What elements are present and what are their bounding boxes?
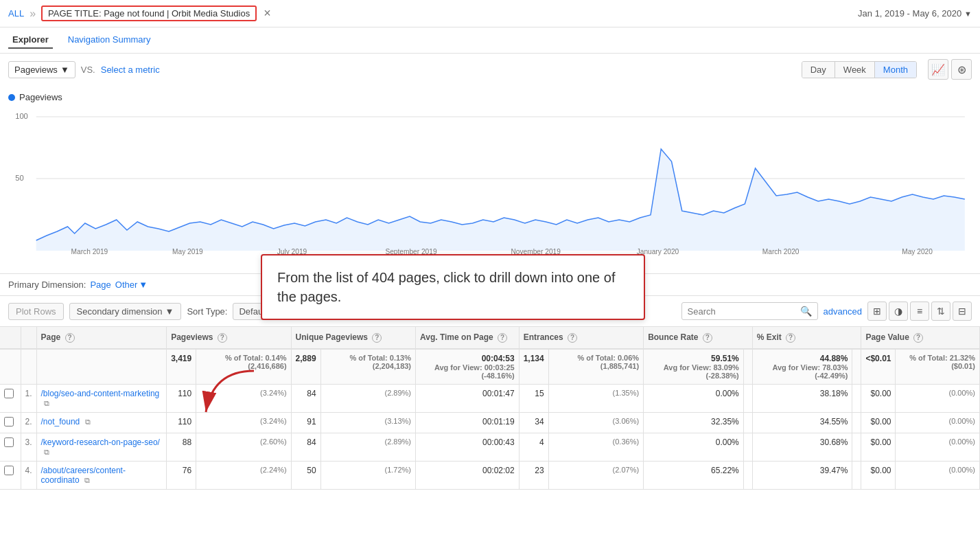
view-buttons: ⊞ ◑ ≡ ⇅ ⊟ xyxy=(867,302,972,321)
row-4-external-link[interactable]: ⧉ xyxy=(84,476,90,485)
col-exit-pct[interactable]: % Exit ? xyxy=(752,327,861,349)
pivot-view-btn[interactable]: ⊟ xyxy=(953,302,972,321)
week-btn[interactable]: Week xyxy=(835,62,875,78)
row-1-page[interactable]: /blog/seo-and-content-marketing ⧉ xyxy=(36,384,167,412)
pval-info-icon[interactable]: ? xyxy=(913,333,923,343)
row-3-page[interactable]: /keyword-research-on-page-seo/ ⧉ xyxy=(36,433,167,461)
svg-text:100: 100 xyxy=(15,112,28,120)
row-1-external-link[interactable]: ⧉ xyxy=(44,399,49,408)
row-4-page[interactable]: /about/careers/content-coordinato ⧉ xyxy=(36,461,167,489)
table-row: 2. /not_found ⧉ 110 (3.24%) 91 (3.13%) 0… xyxy=(0,412,980,433)
comparison-view-btn[interactable]: ⇅ xyxy=(931,302,950,321)
tabs-bar: Explorer Navigation Summary xyxy=(0,27,980,54)
legend-label: Pageviews xyxy=(19,92,62,102)
br-info-icon[interactable]: ? xyxy=(703,333,712,343)
total-row: 3,419 % of Total: 0.14% (2,416,686) 2,88… xyxy=(0,349,980,385)
atp-info-icon[interactable]: ? xyxy=(498,333,507,343)
select-metric[interactable]: Select a metric xyxy=(101,65,160,75)
vs-label: VS. xyxy=(81,65,95,75)
dimension-other[interactable]: Other ▼ xyxy=(115,280,148,290)
date-range: Jan 1, 2019 - May 6, 2020 ▼ xyxy=(858,8,972,19)
exit-info-icon[interactable]: ? xyxy=(786,333,795,343)
row-1-ent: 15 xyxy=(519,384,548,412)
pv-info-icon[interactable]: ? xyxy=(218,333,227,343)
col-avg-time[interactable]: Avg. Time on Page ? xyxy=(416,327,520,349)
total-upv-pct: % of Total: 0.13% (2,204,183) xyxy=(320,349,415,385)
table-row: 1. /blog/seo-and-content-marketing ⧉ 110… xyxy=(0,384,980,412)
upv-info-icon[interactable]: ? xyxy=(372,333,382,343)
col-pageviews[interactable]: Pageviews ? xyxy=(167,327,291,349)
secondary-dimension-btn[interactable]: Secondary dimension ▼ xyxy=(69,303,182,320)
sort-type-label: Sort Type: xyxy=(187,306,227,317)
col-unique-pv[interactable]: Unique Pageviews ? xyxy=(291,327,415,349)
row-1-pval: $0.00 xyxy=(861,384,896,412)
data-table: Page ? Pageviews ? Unique Pageviews ? Av… xyxy=(0,327,980,490)
table-view-btn[interactable]: ⊞ xyxy=(867,302,887,321)
row-3-external-link[interactable]: ⧉ xyxy=(44,448,49,457)
svg-text:March 2019: March 2019 xyxy=(71,248,108,255)
row-2-num: 2. xyxy=(21,412,36,433)
drill-down-arrow xyxy=(199,364,268,421)
col-num xyxy=(21,327,36,349)
metric-label: Pageviews xyxy=(14,65,58,75)
total-bounce-rate: 59.51% Avg for View: 83.09% (-28.38%) xyxy=(644,349,744,385)
row-1-pv: 110 xyxy=(167,384,196,412)
all-link[interactable]: ALL xyxy=(8,8,24,19)
total-page-value: <$0.01 xyxy=(861,349,896,385)
tab-navigation-summary[interactable]: Navigation Summary xyxy=(64,32,155,49)
chart-svg: 100 50 March 2019 May 2019 July 2019 Sep… xyxy=(8,106,972,258)
table-row: 3. /keyword-research-on-page-seo/ ⧉ 88 (… xyxy=(0,433,980,461)
row-1-upv: 84 xyxy=(291,384,320,412)
chart-legend: Pageviews xyxy=(8,92,972,102)
metric-dropdown[interactable]: Pageviews ▼ xyxy=(8,61,75,78)
row-1-ent-pct: (1.35%) xyxy=(548,384,643,412)
ent-info-icon[interactable]: ? xyxy=(568,333,577,343)
search-box: 🔍 xyxy=(681,302,818,320)
svg-text:May 2020: May 2020 xyxy=(902,248,933,255)
row-1-num: 1. xyxy=(21,384,36,412)
row-1-br: 0.00% xyxy=(644,384,744,412)
row-1-checkbox[interactable] xyxy=(4,389,14,398)
day-btn[interactable]: Day xyxy=(802,62,835,78)
total-exit-pct: 44.88% Avg for View: 78.03% (-42.49%) xyxy=(752,349,852,385)
list-view-btn[interactable]: ≡ xyxy=(910,302,929,321)
controls-bar: Pageviews ▼ VS. Select a metric Day Week… xyxy=(0,54,980,85)
row-2-checkbox[interactable] xyxy=(4,417,14,426)
breadcrumb-sep: » xyxy=(30,8,36,20)
advanced-link[interactable]: advanced xyxy=(824,306,862,317)
row-2-page[interactable]: /not_found ⧉ xyxy=(36,412,167,433)
chart-area: Pageviews 100 50 March 2019 May 2019 Jul… xyxy=(0,85,980,274)
svg-text:50: 50 xyxy=(15,174,23,182)
svg-marker-4 xyxy=(36,149,965,251)
row-3-checkbox[interactable] xyxy=(4,437,14,447)
row-1-exit: 38.18% xyxy=(752,384,852,412)
total-avg-time: 00:04:53 Avg for View: 00:03:25 (-48.16%… xyxy=(416,349,520,385)
col-bounce-rate[interactable]: Bounce Rate ? xyxy=(644,327,753,349)
plot-rows-btn: Plot Rows xyxy=(8,303,64,320)
row-2-external-link[interactable]: ⧉ xyxy=(85,418,91,426)
col-entrances[interactable]: Entrances ? xyxy=(519,327,643,349)
total-ent-pct: % of Total: 0.06% (1,885,741) xyxy=(548,349,643,385)
line-chart-btn[interactable]: 📈 xyxy=(928,59,948,80)
time-buttons: Day Week Month xyxy=(802,61,917,78)
tooltip-overlay: From the list of 404 pages, click to dri… xyxy=(261,254,645,320)
tab-explorer[interactable]: Explorer xyxy=(8,32,53,49)
page-info-icon[interactable]: ? xyxy=(65,333,75,343)
row-1-avg-time: 00:01:47 xyxy=(416,384,520,412)
search-icon[interactable]: 🔍 xyxy=(800,306,812,317)
page-title-badge[interactable]: PAGE TITLE: Page not found | Orbit Media… xyxy=(41,5,257,21)
date-range-text: Jan 1, 2019 - May 6, 2020 xyxy=(858,8,961,19)
table-header-row: Page ? Pageviews ? Unique Pageviews ? Av… xyxy=(0,327,980,349)
close-icon[interactable]: × xyxy=(264,6,271,21)
col-page[interactable]: Page ? xyxy=(36,327,167,349)
col-checkbox xyxy=(0,327,21,349)
metric-dropdown-arrow: ▼ xyxy=(60,65,69,75)
row-4-checkbox[interactable] xyxy=(4,466,14,475)
date-dropdown-arrow[interactable]: ▼ xyxy=(964,10,972,18)
search-input[interactable] xyxy=(688,306,797,317)
col-page-value[interactable]: Page Value ? xyxy=(861,327,980,349)
pie-view-btn[interactable]: ◑ xyxy=(889,302,908,321)
scatter-chart-btn[interactable]: ⊛ xyxy=(951,59,972,80)
dimension-page[interactable]: Page xyxy=(90,280,110,290)
month-btn[interactable]: Month xyxy=(875,62,916,78)
